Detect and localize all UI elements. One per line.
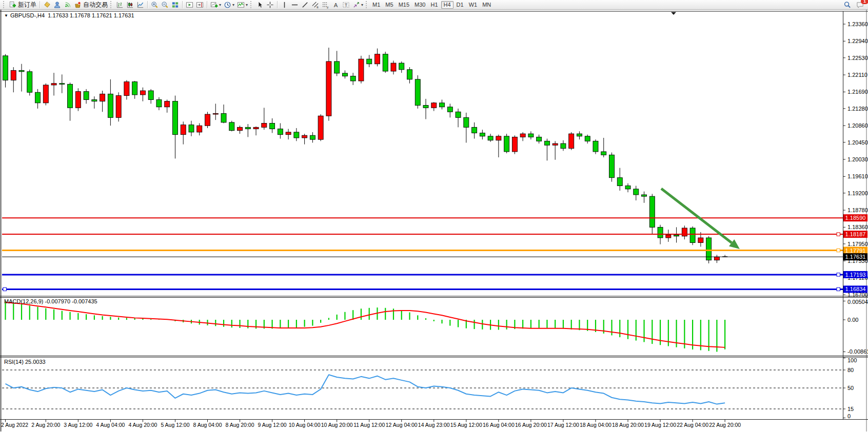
toolbar-separator: [182, 1, 183, 8]
zoom-out-icon: [161, 1, 169, 9]
new-chart-button[interactable]: ▾: [209, 1, 222, 9]
macd-indicator-label: MACD(12,26,9) -0.007970 -0.007435: [4, 298, 97, 304]
autotrading-button[interactable]: 自动交易: [73, 1, 109, 9]
toolbar-grip: [3, 1, 6, 8]
rsi-indicator-label: RSI(14) 25.0033: [4, 359, 46, 365]
indicators-icon: [237, 1, 245, 9]
time-axis[interactable]: [2, 420, 843, 431]
profile-icon: [53, 1, 61, 9]
price-axis[interactable]: [843, 11, 868, 419]
toolbar-grip: [110, 1, 113, 8]
new-order-icon: [9, 1, 16, 9]
clock-icon: [224, 1, 231, 9]
candlestick-chart-icon: [126, 1, 134, 9]
crosshair-button[interactable]: [265, 1, 275, 9]
autotrading-icon: [74, 1, 82, 9]
fibonacci-button[interactable]: F: [321, 1, 330, 9]
zoom-in-button[interactable]: [150, 1, 160, 9]
chart-title-ohlc: 1.17633 1.17678 1.17621 1.17631: [48, 12, 134, 18]
text-label-icon: T: [342, 1, 350, 9]
search-button[interactable]: [842, 1, 852, 9]
toolbar-separator: [277, 1, 278, 8]
timeframe-button-w1[interactable]: W1: [467, 1, 480, 9]
chevron-down-icon: ▾: [219, 3, 221, 7]
new-order-label: 新订单: [18, 1, 36, 9]
auto-scroll-icon: [186, 1, 193, 9]
timeframe-group: M1M5M15M30H1H4D1W1MN: [370, 1, 493, 9]
new-order-button[interactable]: 新订单: [8, 1, 37, 9]
svg-text:A: A: [334, 2, 338, 8]
toolbar-grip: [366, 1, 368, 8]
search-icon: [843, 1, 851, 9]
trendline-icon: [301, 1, 309, 9]
text-label-button[interactable]: T: [341, 1, 351, 9]
vertical-line-button[interactable]: [280, 1, 289, 9]
timeframe-button-m1[interactable]: M1: [370, 1, 382, 9]
timeframe-button-m5[interactable]: M5: [383, 1, 395, 9]
text-button[interactable]: A: [331, 1, 341, 9]
timeframe-button-m15[interactable]: M15: [397, 1, 411, 9]
chevron-down-icon: ▾: [361, 3, 363, 7]
zoom-out-button[interactable]: [160, 1, 170, 9]
fibonacci-icon: F: [322, 1, 329, 9]
chart-title-symbol: GBPUSD-,H4: [10, 12, 45, 18]
crosshair-icon: [266, 1, 274, 9]
trendline-button[interactable]: [300, 1, 310, 9]
chevron-down-icon: ▾: [232, 3, 234, 7]
toolbar: 新订单 自动交易 ▾ ▾: [0, 0, 868, 10]
text-icon: A: [332, 1, 340, 9]
arrows-icon: [352, 1, 360, 9]
equidistant-channel-button[interactable]: E: [310, 1, 320, 9]
line-chart-button[interactable]: [135, 1, 145, 9]
notification-badge: 1: [861, 0, 868, 4]
zoom-in-icon: [151, 1, 159, 9]
profile-button[interactable]: [52, 1, 62, 9]
periods-button[interactable]: ▾: [223, 1, 235, 9]
timeframe-button-h4[interactable]: H4: [441, 1, 453, 9]
candlestick-chart-button[interactable]: [125, 1, 135, 9]
new-chart-icon: [210, 1, 218, 9]
cursor-button[interactable]: [255, 1, 265, 9]
chevron-down-icon: ▾: [246, 3, 248, 7]
horizontal-line-icon: [291, 1, 299, 9]
styler-button[interactable]: [42, 1, 52, 9]
signals-icon: [64, 1, 71, 9]
toolbar-separator: [207, 1, 207, 8]
equidistant-channel-icon: E: [311, 1, 319, 9]
macd-pane[interactable]: [2, 297, 843, 356]
timeframe-button-d1[interactable]: D1: [455, 1, 466, 9]
rsi-pane[interactable]: [2, 357, 843, 419]
styler-icon: [43, 1, 51, 9]
timeframe-button-h1[interactable]: H1: [428, 1, 440, 9]
signals-button[interactable]: [63, 1, 72, 9]
vertical-line-icon: [281, 1, 288, 9]
toolbar-grip: [250, 1, 253, 8]
timeframe-button-m30[interactable]: M30: [412, 1, 427, 9]
bar-chart-button[interactable]: [115, 1, 125, 9]
symbol-dropdown-icon[interactable]: ▼: [4, 13, 8, 18]
toolbar-separator: [40, 1, 40, 8]
bar-chart-icon: [116, 1, 124, 9]
svg-text:E: E: [317, 6, 319, 9]
tile-windows-icon: [171, 1, 179, 9]
chart-shift-button[interactable]: [195, 1, 205, 9]
indicators-button[interactable]: ▾: [236, 1, 249, 9]
cursor-icon: [256, 1, 264, 9]
chart-title: ▼GBPUSD-,H4 1.17633 1.17678 1.17621 1.17…: [4, 12, 134, 18]
tile-windows-button[interactable]: [170, 1, 180, 9]
timeframe-button-mn[interactable]: MN: [480, 1, 493, 9]
main-chart-pane[interactable]: [2, 11, 843, 296]
toolbar-separator: [147, 1, 148, 8]
autotrading-label: 自动交易: [83, 1, 108, 9]
auto-scroll-button[interactable]: [185, 1, 194, 9]
line-chart-icon: [136, 1, 144, 9]
arrows-button[interactable]: ▾: [351, 1, 364, 9]
svg-text:T: T: [345, 2, 347, 7]
svg-text:F: F: [327, 6, 329, 8]
toolbar-right-group: 1: [842, 1, 866, 9]
chart-shift-icon: [196, 1, 204, 9]
horizontal-line-button[interactable]: [290, 1, 300, 9]
